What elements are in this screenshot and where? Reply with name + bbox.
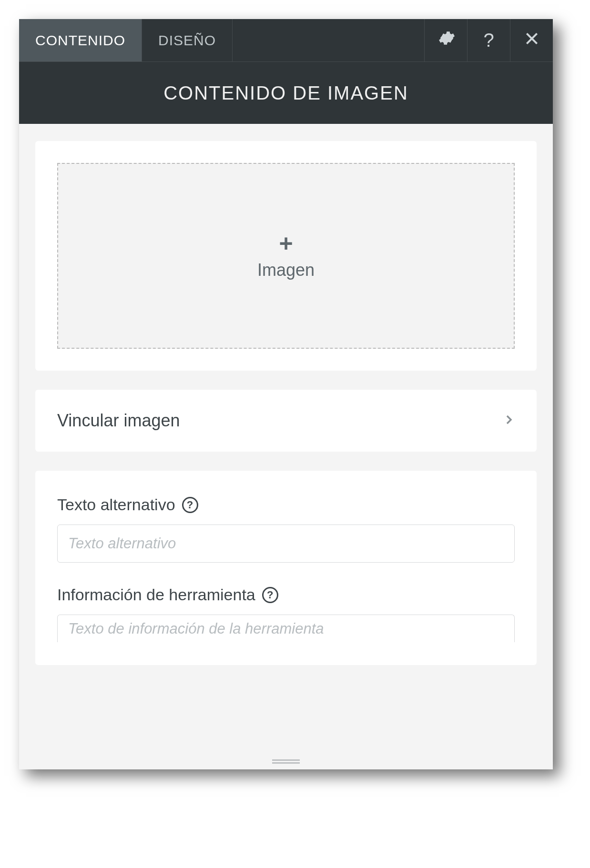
- tab-design-label: DISEÑO: [158, 32, 216, 49]
- settings-button[interactable]: [424, 19, 467, 61]
- resize-handle-bar: [272, 762, 300, 764]
- panel-body: + Imagen Vincular imagen Texto alternati…: [19, 124, 553, 753]
- close-button[interactable]: [510, 19, 553, 61]
- tooltip-info-field: Información de herramienta ?: [57, 585, 515, 642]
- tooltip-info-input[interactable]: [57, 615, 515, 642]
- tooltip-info-label: Información de herramienta: [57, 585, 255, 604]
- link-image-row[interactable]: Vincular imagen: [57, 411, 515, 431]
- alt-text-label-row: Texto alternativo ?: [57, 495, 515, 514]
- tab-content-label: CONTENIDO: [35, 32, 125, 49]
- image-dropzone[interactable]: + Imagen: [57, 163, 515, 349]
- resize-handle[interactable]: [19, 753, 553, 769]
- image-meta-form: Texto alternativo ? Información de herra…: [35, 471, 537, 665]
- help-icon: ?: [483, 30, 494, 51]
- image-dropzone-card: + Imagen: [35, 141, 537, 371]
- link-image-card: Vincular imagen: [35, 390, 537, 452]
- gear-icon: [437, 29, 455, 51]
- tab-content[interactable]: CONTENIDO: [19, 19, 142, 61]
- tooltip-info-label-row: Información de herramienta ?: [57, 585, 515, 604]
- dropzone-label: Imagen: [257, 260, 315, 280]
- panel-header: CONTENIDO DISEÑO ?: [19, 19, 553, 124]
- plus-icon: +: [279, 232, 293, 255]
- tooltip-info-help-icon[interactable]: ?: [262, 587, 278, 603]
- tab-design[interactable]: DISEÑO: [142, 19, 233, 61]
- chevron-right-icon: [503, 414, 515, 427]
- alt-text-label: Texto alternativo: [57, 495, 175, 514]
- image-content-panel: CONTENIDO DISEÑO ?: [19, 19, 553, 769]
- close-icon: [524, 30, 539, 50]
- alt-text-field: Texto alternativo ?: [57, 495, 515, 563]
- resize-handle-bar: [272, 759, 300, 761]
- alt-text-input[interactable]: [57, 525, 515, 563]
- tabs-spacer: [233, 19, 424, 61]
- panel-title: CONTENIDO DE IMAGEN: [19, 62, 553, 124]
- tabs-row: CONTENIDO DISEÑO ?: [19, 19, 553, 62]
- link-image-label: Vincular imagen: [57, 411, 180, 431]
- help-button[interactable]: ?: [467, 19, 510, 61]
- alt-text-help-icon[interactable]: ?: [182, 497, 198, 513]
